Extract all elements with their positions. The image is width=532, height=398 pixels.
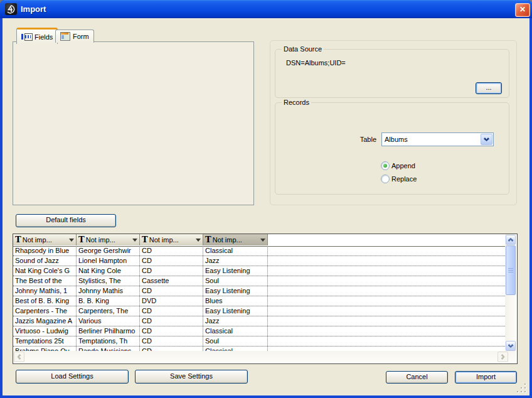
grid-cell[interactable]: Soul [203,276,268,286]
form-icon [60,32,70,41]
grid-cell[interactable]: CD [140,316,203,326]
grid-cell[interactable]: CD [140,326,203,336]
grid-cell[interactable]: Brahms Piano Qu [13,347,77,351]
grid-cell[interactable]: Stylistics, The [77,276,140,286]
scroll-right-button[interactable] [497,352,508,362]
record-table-select[interactable]: Albums [381,132,494,146]
grid-cell[interactable]: Rhapsody in Blue [13,246,77,255]
scroll-thumb[interactable] [506,245,516,295]
grid-cell[interactable]: Jazzis Magazine A [13,316,77,326]
tab-fields[interactable]: Fields [16,28,58,44]
grid-cell[interactable]: Best of B. B. King [13,296,77,306]
grid-cell[interactable]: Carpenters, The [77,306,140,316]
grid-cell[interactable]: Soul [203,336,268,346]
column-header[interactable]: T Not imp... [77,234,140,245]
grid-cell[interactable]: Jazz [203,256,268,266]
table-row[interactable]: Brahms Piano Qu Rande Musicians CD Class… [13,347,505,351]
grid-cell[interactable]: Rande Musicians [77,347,140,351]
grid-cell[interactable]: CD [140,246,203,255]
grid-cell[interactable]: Blues [203,296,268,306]
load-settings-button[interactable]: Load Settings [16,370,129,384]
grid-header-row: T Not imp... T Not imp... T Not imp... T… [13,234,516,247]
close-icon[interactable] [515,3,530,17]
table-row[interactable]: Virtuoso - Ludwig Berliner Philharmo CD … [13,326,505,336]
table-row[interactable]: Johnny Mathis, 1 Johnny Mathis CD Easy L… [13,286,505,296]
table-row[interactable]: Rhapsody in Blue George Gershwir CD Clas… [13,246,505,256]
grid-cell[interactable]: B. B. King [77,296,140,306]
column-header[interactable]: T Not imp... [140,234,203,245]
cancel-button[interactable]: Cancel [386,371,448,384]
table-row[interactable]: The Best of the Stylistics, The Cassette… [13,276,505,286]
grid-hscrollbar[interactable] [13,351,516,362]
grid-cell[interactable]: Easy Listening [203,306,268,316]
fields-tab-panel [13,41,254,205]
grid-cell[interactable]: Classical [203,326,268,336]
tab-fields-label: Fields [35,33,53,41]
resize-grip[interactable] [517,384,528,394]
scroll-down-button[interactable] [506,341,516,351]
grid-cell[interactable]: George Gershwir [77,246,140,255]
grid-cell[interactable]: CD [140,266,203,276]
record-table-value: Albums [382,136,480,143]
table-row[interactable]: Best of B. B. King B. B. King DVD Blues [13,296,505,306]
save-settings-button[interactable]: Save Settings [135,370,248,384]
grid-cell[interactable]: Johnny Mathis [77,286,140,296]
grid-cell[interactable]: DVD [140,296,203,306]
grid-cell[interactable]: Virtuoso - Ludwig [13,326,77,336]
column-header[interactable]: T Not imp... [13,234,77,245]
column-type-icon: T [15,236,21,244]
grid-cell[interactable]: Various [77,316,140,326]
column-menu-arrow-icon[interactable] [196,239,201,242]
grid-cell[interactable]: CD [140,286,203,296]
data-source-title: Data Source [282,45,324,53]
grid-cell[interactable]: CD [140,336,203,346]
default-fields-button[interactable]: Default fields [16,214,116,227]
grid-body[interactable]: Rhapsody in Blue George Gershwir CD Clas… [13,246,505,351]
chevron-left-icon [18,354,21,360]
grid-vscrollbar[interactable] [505,234,516,351]
column-menu-arrow-icon[interactable] [260,239,265,242]
grid-cell[interactable]: Nat King Cole's G [13,266,77,276]
table-row[interactable]: Carpenters - The Carpenters, The CD Easy… [13,306,505,316]
chevron-down-icon [508,344,514,348]
grid-cell[interactable]: Temptations 25t [13,336,77,346]
grid-cell[interactable]: The Best of the [13,276,77,286]
scroll-up-button[interactable] [506,235,516,245]
data-source-group [275,49,509,98]
records-title: Records [282,99,311,106]
tab-form[interactable]: Form [55,30,94,43]
grid-cell[interactable]: Easy Listening [203,286,268,296]
grid-cell[interactable]: Carpenters - The [13,306,77,316]
chevron-down-icon [484,137,489,141]
column-header-selected[interactable]: T Not imp... [203,234,268,245]
grid-cell[interactable]: Classical [203,246,268,255]
grid-cell[interactable]: CD [140,256,203,266]
grid-cell[interactable]: Temptations, Th [77,336,140,346]
append-radio[interactable] [381,161,390,170]
browse-button[interactable]: ... [476,82,502,94]
grid-cell[interactable]: Classical [203,347,268,351]
grid-cell[interactable]: Jazz [203,316,268,326]
column-menu-arrow-icon[interactable] [69,239,74,242]
replace-radio[interactable] [381,175,390,183]
combo-dropdown-button[interactable] [481,134,492,145]
column-header-label: Not imp... [149,236,194,244]
table-row[interactable]: Nat King Cole's G Nat King Cole CD Easy … [13,266,505,276]
column-menu-arrow-icon[interactable] [132,239,137,242]
grid-cell[interactable]: Nat King Cole [77,266,140,276]
grid-cell[interactable]: Johnny Mathis, 1 [13,286,77,296]
title-bar[interactable]: Import [0,0,532,18]
grid-cell[interactable]: Easy Listening [203,266,268,276]
grid-cell[interactable]: Lionel Hampton [77,256,140,266]
table-row[interactable]: Sound of Jazz Lionel Hampton CD Jazz [13,256,505,266]
import-button[interactable]: Import [455,371,517,384]
window-title: Import [21,4,46,14]
grid-cell[interactable]: CD [140,347,203,351]
grid-cell[interactable]: Cassette [140,276,203,286]
grid-cell[interactable]: Sound of Jazz [13,256,77,266]
table-row[interactable]: Jazzis Magazine A Various CD Jazz [13,316,505,326]
scroll-left-button[interactable] [14,352,24,362]
grid-cell[interactable]: Berliner Philharmo [77,326,140,336]
grid-cell[interactable]: CD [140,306,203,316]
table-row[interactable]: Temptations 25t Temptations, Th CD Soul [13,336,505,347]
